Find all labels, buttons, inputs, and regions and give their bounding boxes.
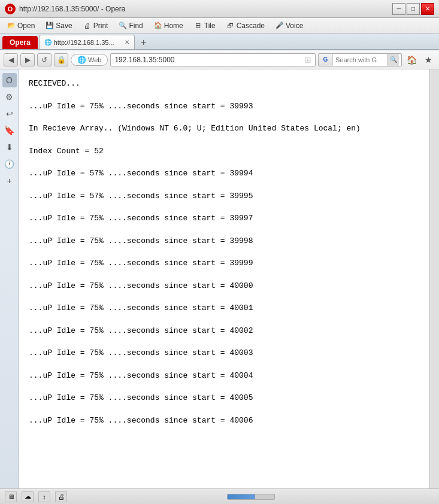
new-tab-button[interactable]: + xyxy=(137,36,150,49)
print-icon: 🖨 xyxy=(83,22,92,30)
content-line xyxy=(29,182,420,188)
content-line xyxy=(29,159,420,165)
menu-bar: 📂 Open 💾 Save 🖨 Print 🔍 Find 🏠 Home ⊞ Ti… xyxy=(0,18,439,34)
progress-area xyxy=(67,494,434,500)
bookmark-button[interactable]: ★ xyxy=(421,53,435,66)
content-line xyxy=(29,317,420,323)
status-icon-sync[interactable]: ↕ xyxy=(38,491,50,502)
sidebar-icon-bookmarks[interactable]: 🔖 xyxy=(2,123,17,138)
menu-print[interactable]: 🖨 Print xyxy=(78,20,113,32)
search-input[interactable] xyxy=(333,56,387,63)
content-line xyxy=(29,204,420,210)
cascade-icon: 🗗 xyxy=(226,22,235,30)
menu-open[interactable]: 📂 Open xyxy=(2,20,40,32)
security-button[interactable]: 🔒 xyxy=(54,53,68,66)
menu-voice[interactable]: 🎤 Voice xyxy=(271,20,308,32)
progress-fill xyxy=(228,494,256,499)
content-line xyxy=(29,227,420,233)
sidebar: O ⚙ ↩ 🔖 ⬇ 🕐 + xyxy=(0,69,19,488)
home-menu-icon: 🏠 xyxy=(154,22,162,30)
sidebar-icon-clock[interactable]: 🕐 xyxy=(2,157,17,171)
content-line xyxy=(29,114,420,120)
menu-tile[interactable]: ⊞ Tile xyxy=(189,20,220,32)
browser-body: O ⚙ ↩ 🔖 ⬇ 🕐 + RECIEVED......uP Idle = 75… xyxy=(0,69,439,488)
close-button[interactable]: ✕ xyxy=(421,3,434,15)
home-button[interactable]: 🏠 xyxy=(404,53,419,66)
content-line xyxy=(29,339,420,345)
content-line: ...uP Idle = 75% ....seconds since start… xyxy=(29,415,420,427)
navigation-bar: ◀ ▶ ↺ 🔒 🌐 Web 192.168.1.35:5000 ⊞ G 🔍 🏠 … xyxy=(0,50,439,69)
tab-favicon: 🌐 xyxy=(44,39,52,46)
content-line: RECIEVED... xyxy=(29,78,420,90)
progress-bar xyxy=(227,494,275,500)
search-engine-button[interactable]: G xyxy=(319,54,333,66)
content-line xyxy=(29,362,420,368)
content-line: ...uP Idle = 75% ....seconds since start… xyxy=(29,280,420,292)
reload-button[interactable]: ↺ xyxy=(37,53,52,66)
sidebar-icon-settings[interactable]: ⚙ xyxy=(2,90,17,104)
sidebar-icon-add[interactable]: + xyxy=(2,174,17,188)
save-icon: 💾 xyxy=(46,22,54,30)
opera-tab-logo: Opera xyxy=(2,36,38,49)
content-line xyxy=(29,406,420,412)
find-icon: 🔍 xyxy=(119,22,127,30)
open-icon: 📂 xyxy=(7,22,16,30)
window-controls: ─ □ ✕ xyxy=(392,3,434,15)
status-icons: 🖥 ☁ ↕ 🖨 xyxy=(5,491,67,502)
content-line: ...uP Idle = 75% ....seconds since start… xyxy=(29,392,420,404)
sidebar-icon-opera[interactable]: O xyxy=(2,73,17,87)
search-go-button[interactable]: 🔍 xyxy=(387,54,399,66)
tile-icon: ⊞ xyxy=(194,22,202,30)
window-title: http://192.168.1.35:5000/ - Opera xyxy=(19,5,125,13)
tab-bar: Opera 🌐 http://192.168.1.35... ✕ + xyxy=(0,34,439,50)
content-line xyxy=(29,294,420,300)
content-line xyxy=(29,249,420,255)
back-button[interactable]: ◀ xyxy=(4,53,18,66)
content-line xyxy=(29,92,420,98)
tab-close-button[interactable]: ✕ xyxy=(125,39,129,45)
sidebar-icon-downloads[interactable]: ⬇ xyxy=(2,140,17,154)
browser-tab[interactable]: 🌐 http://192.168.1.35... ✕ xyxy=(39,35,135,49)
content-line: Index Count = 52 xyxy=(29,145,420,157)
address-bar[interactable]: 192.168.1.35:5000 ⊞ xyxy=(110,53,316,66)
content-line: ...uP Idle = 57% ....seconds since start… xyxy=(29,190,420,202)
page-content: RECIEVED......uP Idle = 75% ....seconds … xyxy=(19,69,429,488)
content-line: In Recieve Array.. (Windows NT 6.0; U; E… xyxy=(29,123,420,135)
opera-logo: O xyxy=(5,4,16,14)
voice-icon: 🎤 xyxy=(275,22,284,30)
content-line: ...uP Idle = 75% ....seconds since start… xyxy=(29,235,420,247)
title-bar: O http://192.168.1.35:5000/ - Opera ─ □ … xyxy=(0,0,439,18)
content-line xyxy=(29,137,420,143)
restore-button[interactable]: □ xyxy=(407,3,420,15)
content-line: ...uP Idle = 75% ....seconds since start… xyxy=(29,212,420,224)
status-bar: 🖥 ☁ ↕ 🖨 xyxy=(0,488,439,504)
right-scrollbar[interactable] xyxy=(429,69,439,488)
minimize-button[interactable]: ─ xyxy=(392,3,405,15)
globe-icon: 🌐 xyxy=(77,56,86,64)
address-star-icon[interactable]: ⊞ xyxy=(304,55,311,65)
content-line: ...uP Idle = 75% ....seconds since start… xyxy=(29,325,420,337)
content-line: ...uP Idle = 75% ....seconds since start… xyxy=(29,302,420,314)
sidebar-icon-history[interactable]: ↩ xyxy=(2,107,17,121)
menu-home[interactable]: 🏠 Home xyxy=(149,20,188,32)
forward-button[interactable]: ▶ xyxy=(20,53,35,66)
web-pill[interactable]: 🌐 Web xyxy=(71,54,108,66)
content-line: ...uP Idle = 57% ....seconds since start… xyxy=(29,168,420,180)
menu-find[interactable]: 🔍 Find xyxy=(114,20,147,32)
content-line: ...uP Idle = 75% ....seconds since start… xyxy=(29,101,420,113)
menu-cascade[interactable]: 🗗 Cascade xyxy=(222,20,270,32)
status-icon-display[interactable]: 🖥 xyxy=(5,491,17,502)
status-icon-cloud[interactable]: ☁ xyxy=(22,491,34,502)
content-line xyxy=(29,384,420,390)
address-text: 192.168.1.35:5000 xyxy=(114,56,174,64)
content-line: ...uP Idle = 75% ....seconds since start… xyxy=(29,370,420,382)
search-group: G 🔍 xyxy=(318,53,402,66)
content-line xyxy=(29,272,420,278)
content-line: ...uP Idle = 75% ....seconds since start… xyxy=(29,347,420,359)
status-icon-print[interactable]: 🖨 xyxy=(55,491,67,502)
content-line: ...uP Idle = 75% ....seconds since start… xyxy=(29,257,420,269)
menu-save[interactable]: 💾 Save xyxy=(41,20,77,32)
